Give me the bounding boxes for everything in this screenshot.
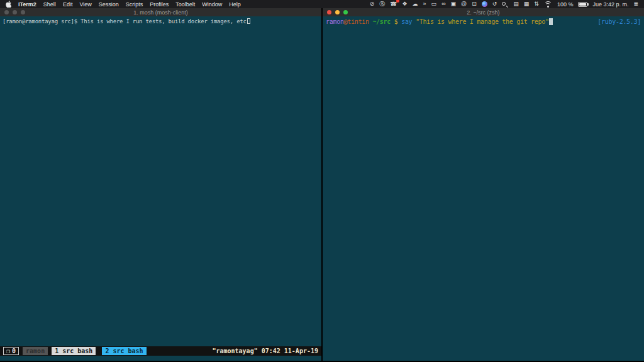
grid-icon[interactable]: ▦ — [524, 0, 530, 8]
menu-item-scripts[interactable]: Scripts — [126, 1, 143, 8]
siri-icon[interactable] — [482, 1, 487, 7]
prompt-host: @tintin — [344, 18, 369, 25]
left-command-text: This is where I run tests, build docker … — [77, 18, 247, 25]
tmux-window-2-active[interactable]: 2 src bash — [102, 347, 146, 355]
battery-fill — [579, 3, 586, 6]
tmux-logo-icon: ❐ — [6, 348, 10, 354]
magnifier-handle — [506, 5, 508, 8]
menu-item-shell[interactable]: Shell — [43, 1, 56, 8]
ruby-version-tag: [ruby-2.5.3] — [597, 18, 641, 25]
right-prompt-and-command: ramon@tintin ~/src $ say "This is where … — [326, 18, 553, 25]
close-button[interactable] — [327, 10, 331, 14]
left-traffic-lights — [4, 10, 25, 14]
minimize-button[interactable] — [335, 10, 340, 14]
menu-item-view[interactable]: View — [79, 1, 91, 8]
skype-icon[interactable]: Ⓢ — [379, 0, 385, 8]
input-menu-icon[interactable]: ▤ — [513, 0, 519, 8]
close-button[interactable] — [4, 10, 9, 14]
magnifier-lens — [502, 2, 506, 6]
right-terminal-line: ramon@tintin ~/src $ say "This is where … — [323, 16, 644, 25]
right-traffic-lights — [327, 10, 348, 14]
prompt-path: ~/src — [369, 18, 391, 25]
tmux-session-index: 0 — [12, 348, 16, 354]
terminal-window-mosh: 1. mosh (mosh-client) [ramon@ramontayag … — [0, 8, 321, 361]
tmux-session-indicator: ❐ 0 — [3, 347, 19, 355]
menu-bar-clock[interactable]: Jue 3:42 p. m. — [592, 1, 628, 8]
display-icon[interactable]: ⊡ — [472, 0, 477, 8]
window-manager-icon[interactable]: ▭ — [431, 0, 437, 8]
left-window-title: 1. mosh (mosh-client) — [133, 9, 188, 16]
bug-icon[interactable]: ❖ — [402, 0, 408, 8]
prompt-user: ramon — [326, 18, 344, 25]
menu-item-edit[interactable]: Edit — [63, 1, 73, 8]
tmux-status-bar: ❐ 0 ramon 1 src bash 2 src bash "ramonta… — [0, 346, 321, 356]
mute-icon[interactable]: ⊘ — [370, 0, 375, 8]
notification-center-icon[interactable]: ≣ — [633, 0, 638, 8]
wifi-dot — [547, 6, 549, 8]
battery-tip — [587, 3, 589, 6]
menu-bar: iTerm2 Shell Edit View Session Scripts P… — [0, 0, 644, 8]
terminal-cursor-unfocused — [247, 18, 250, 24]
left-prompt: [ramon@ramontayag src]$ — [3, 18, 77, 25]
battery-icon[interactable] — [578, 2, 587, 7]
left-window-titlebar[interactable]: 1. mosh (mosh-client) — [0, 8, 321, 16]
tmux-right-status: "ramontayag" 07:42 11-Apr-19 — [212, 348, 318, 354]
prompt-symbol: $ — [391, 18, 397, 25]
apple-menu-icon[interactable] — [6, 1, 11, 8]
wifi-icon[interactable] — [544, 1, 552, 8]
menu-item-window[interactable]: Window — [202, 1, 222, 8]
menu-item-toolbelt[interactable]: Toolbelt — [175, 1, 195, 8]
desktop: iTerm2 Shell Edit View Session Scripts P… — [0, 0, 644, 362]
right-window-titlebar[interactable]: 2. ~/src (zsh) — [323, 8, 644, 16]
menu-bar-status-area: ⊘ Ⓢ ☎ ❖ ☁ » ▭ ∞ ▣ @ ⊡ ↺ ▤ ▦ ⇅ 100 % Jue … — [370, 0, 638, 8]
menu-item-iterm2[interactable]: iTerm2 — [18, 1, 36, 8]
menu-item-profiles[interactable]: Profiles — [150, 1, 169, 8]
spotlight-icon[interactable] — [502, 1, 508, 8]
cloud-upload-icon[interactable]: ☁ — [413, 0, 418, 8]
left-terminal-content[interactable]: [ramon@ramontayag src]$ This is where I … — [0, 16, 321, 361]
command-text: say — [397, 18, 412, 25]
minimize-button[interactable] — [13, 10, 17, 14]
menu-item-session[interactable]: Session — [99, 1, 119, 8]
right-window-title: 2. ~/src (zsh) — [467, 9, 499, 16]
time-machine-icon[interactable]: ↺ — [492, 0, 497, 8]
updown-arrows-icon[interactable]: ⇅ — [534, 0, 539, 8]
command-argument: "This is where I manage the git repo" — [412, 18, 548, 25]
shuttle-icon[interactable]: » — [423, 0, 426, 8]
glasses-icon[interactable]: ∞ — [441, 0, 445, 8]
notification-badge — [396, 0, 399, 3]
phone-icon[interactable]: ☎ — [390, 0, 397, 8]
terminal-window-zsh: 2. ~/src (zsh) ramon@tintin ~/src $ say … — [323, 8, 644, 361]
right-terminal-content[interactable]: ramon@tintin ~/src $ say "This is where … — [323, 16, 644, 361]
terminal-cursor — [549, 18, 553, 25]
tmux-host-chip: ramon — [23, 347, 48, 355]
menu-item-help[interactable]: Help — [229, 1, 241, 8]
screenshot-icon[interactable]: ▣ — [451, 0, 457, 8]
battery-percent: 100 % — [557, 1, 574, 8]
zoom-button[interactable] — [21, 10, 25, 14]
left-terminal-line: [ramon@ramontayag src]$ This is where I … — [0, 16, 321, 25]
at-icon[interactable]: @ — [461, 0, 467, 8]
tmux-window-1[interactable]: 1 src bash — [52, 347, 96, 355]
zoom-button[interactable] — [343, 10, 348, 14]
